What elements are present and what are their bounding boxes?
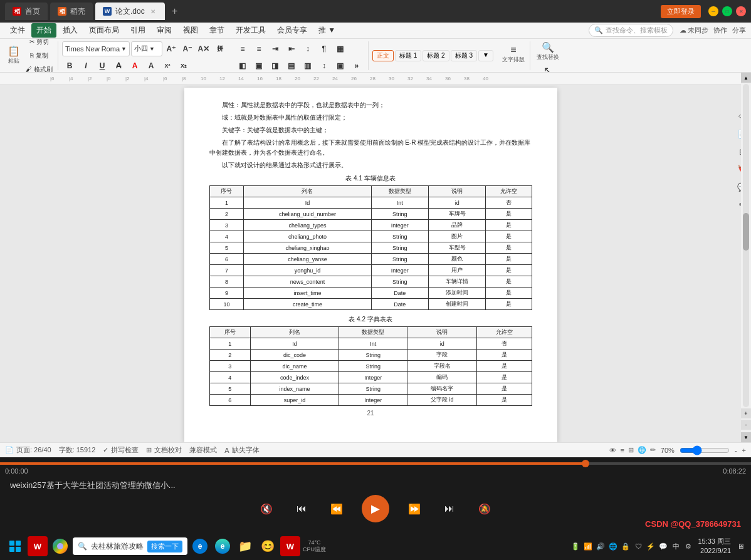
- zoom-out-status-icon[interactable]: -: [735, 447, 737, 454]
- prev-button[interactable]: ⏮: [291, 499, 312, 519]
- taskbar-wps-icon[interactable]: W: [28, 536, 48, 556]
- zoom-in-icon[interactable]: +: [741, 408, 751, 418]
- tab-add-button[interactable]: +: [167, 4, 182, 19]
- spell-check[interactable]: ✓ 拼写检查: [103, 445, 139, 455]
- zoom-in-status-icon[interactable]: +: [742, 447, 746, 454]
- bluetooth-icon[interactable]: ⚡: [645, 541, 656, 552]
- menu-devtools[interactable]: 开发工具: [231, 23, 271, 38]
- align-left-button[interactable]: ◧: [235, 58, 250, 73]
- scroll-down-button[interactable]: ▼: [741, 432, 751, 442]
- progress-thumb[interactable]: [582, 460, 589, 467]
- tab-close-icon[interactable]: ✕: [149, 7, 157, 16]
- list-number-button[interactable]: ≡: [251, 41, 266, 56]
- format-painter-button[interactable]: 🖌 格式刷: [23, 63, 55, 73]
- taskbar-edge-icon[interactable]: e: [213, 536, 233, 556]
- shading-button[interactable]: ▣: [333, 58, 348, 73]
- italic-button[interactable]: I: [78, 58, 93, 73]
- tray-icon-4[interactable]: 🛡: [633, 541, 644, 552]
- fast-forward-button[interactable]: ⏩: [404, 499, 424, 519]
- progress-bar[interactable]: [0, 462, 751, 465]
- style-more[interactable]: ▼: [478, 50, 493, 61]
- menu-view[interactable]: 视图: [178, 23, 203, 38]
- mute-button[interactable]: 🔇: [256, 499, 276, 519]
- close-button[interactable]: ✕: [736, 6, 746, 16]
- ribbon-search[interactable]: 🔍 查找命令、搜索模板: [589, 24, 673, 37]
- taskbar-file-icon[interactable]: 📁: [235, 536, 255, 556]
- find-replace-button[interactable]: 🔍 查找替换: [534, 41, 562, 63]
- menu-vip[interactable]: 会员专享: [272, 23, 312, 38]
- select-button[interactable]: ↖ 选择: [539, 65, 557, 73]
- cut-button[interactable]: ✂ 剪切: [23, 39, 55, 48]
- play-button[interactable]: ▶: [362, 495, 389, 522]
- tab-daoke[interactable]: 稻 稻壳: [50, 3, 93, 20]
- pinyin-button[interactable]: 拼: [213, 41, 228, 56]
- input-lang-icon[interactable]: 中: [670, 541, 681, 552]
- doc-content[interactable]: 属性：属性就是数据表中的字段，也就是数据表中的一列； 域：域就是对数据表中属性的…: [0, 85, 741, 442]
- indent-increase-button[interactable]: ⇥: [268, 41, 283, 56]
- menu-file[interactable]: 文件: [5, 23, 30, 38]
- share-btn[interactable]: 分享: [732, 26, 746, 35]
- paste-button[interactable]: 📋 粘贴: [5, 43, 23, 69]
- wifi-icon[interactable]: 📶: [582, 541, 594, 552]
- eye-icon[interactable]: 👁: [609, 447, 616, 454]
- distribute-button[interactable]: ▥: [300, 58, 315, 73]
- decrease-font-button[interactable]: A⁻: [180, 41, 195, 56]
- list-bullet-button[interactable]: ≡: [235, 41, 250, 56]
- bold-button[interactable]: B: [62, 58, 77, 73]
- zoom-slider[interactable]: [680, 445, 730, 455]
- menu-references[interactable]: 引用: [125, 23, 150, 38]
- style-h3[interactable]: 标题 3: [451, 50, 477, 61]
- superscript-button[interactable]: X²: [160, 58, 175, 73]
- scroll-thumb[interactable]: [743, 213, 749, 251]
- tab-home[interactable]: 稻 首页: [5, 3, 48, 20]
- menu-page-layout[interactable]: 页面布局: [84, 23, 124, 38]
- taskbar-ie-icon[interactable]: e: [190, 536, 210, 556]
- font-size-selector[interactable]: 小四 ▼: [131, 41, 162, 56]
- scroll-up-button[interactable]: ▲: [741, 73, 751, 83]
- missing-font[interactable]: A 缺失字体: [224, 445, 259, 455]
- rewind-button[interactable]: ⏪: [327, 499, 347, 519]
- login-button[interactable]: 立即登录: [661, 5, 701, 18]
- menu-start[interactable]: 开始: [31, 23, 56, 38]
- clear-format-button[interactable]: A✕: [196, 41, 211, 56]
- minimize-button[interactable]: ─: [708, 6, 718, 16]
- menu-section[interactable]: 章节: [204, 23, 229, 38]
- menu-review[interactable]: 审阅: [152, 23, 177, 38]
- copy-button[interactable]: ⎘ 复制: [23, 49, 55, 62]
- style-h2[interactable]: 标题 2: [423, 50, 449, 61]
- align-justify-button[interactable]: ▤: [284, 58, 299, 73]
- taskbar-browser-icon[interactable]: [50, 536, 70, 556]
- collaborate-btn[interactable]: 协作: [713, 26, 727, 35]
- sort-button[interactable]: ↕: [300, 41, 315, 56]
- taskbar-wps2-icon[interactable]: W: [280, 536, 300, 556]
- style-normal[interactable]: 正文: [372, 50, 394, 61]
- view-icon-3[interactable]: 🌐: [638, 446, 646, 454]
- tray-icon-5[interactable]: 💬: [658, 541, 669, 552]
- start-button[interactable]: [5, 536, 25, 556]
- sync-status[interactable]: ☁ 未同步: [680, 26, 708, 35]
- paragraph-mark-button[interactable]: ¶: [317, 41, 332, 56]
- clock[interactable]: 15:33 周三 2022/9/21: [698, 537, 731, 556]
- view-icon-1[interactable]: ≡: [620, 447, 624, 454]
- highlight-button[interactable]: A: [144, 58, 159, 73]
- font-color-button[interactable]: A: [127, 58, 142, 73]
- tab-document[interactable]: W 论文.doc ✕: [95, 3, 165, 20]
- border-button[interactable]: ▦: [333, 41, 348, 56]
- tray-icon-1[interactable]: 🔋: [570, 541, 581, 552]
- underline-button[interactable]: U: [95, 58, 110, 73]
- doc-compare[interactable]: ⊞ 文档校对: [146, 445, 182, 455]
- scrollbar[interactable]: ▲ + - ▼: [741, 73, 751, 442]
- menu-more[interactable]: 推 ▼: [313, 23, 340, 38]
- mute-toggle-button[interactable]: 🔕: [475, 499, 495, 519]
- taskbar-emoji-icon[interactable]: 😊: [258, 536, 278, 556]
- subscript-button[interactable]: X₂: [176, 58, 191, 73]
- taskbar-search-btn[interactable]: 搜索一下: [147, 541, 182, 552]
- more-para-button[interactable]: »: [349, 58, 364, 73]
- tray-icon-2[interactable]: 🌐: [607, 541, 619, 552]
- align-right-button[interactable]: ◨: [268, 58, 283, 73]
- tray-icon-6[interactable]: ⚙: [683, 541, 694, 552]
- pen-icon[interactable]: ✏: [650, 446, 656, 454]
- strikethrough-button[interactable]: A̶: [111, 58, 126, 73]
- style-h1[interactable]: 标题 1: [395, 50, 421, 61]
- view-icon-2[interactable]: ⊞: [628, 446, 634, 454]
